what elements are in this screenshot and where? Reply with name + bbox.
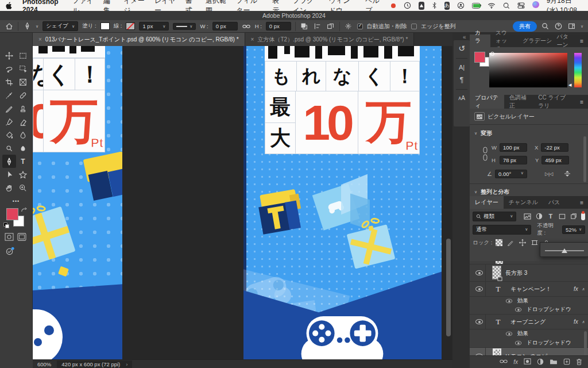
- properties-panel-menu-icon[interactable]: ≡: [575, 95, 588, 109]
- panel-collapse-left-icon[interactable]: «: [463, 34, 466, 40]
- close-tab-icon[interactable]: ×: [251, 36, 254, 43]
- eyedropper-tool[interactable]: [2, 89, 16, 102]
- visibility-eye-icon[interactable]: [506, 299, 512, 304]
- link-wh-icon[interactable]: [482, 147, 488, 163]
- workspace-switcher-icon[interactable]: [567, 22, 577, 31]
- clock-app-icon[interactable]: [404, 2, 411, 10]
- siri-icon[interactable]: [532, 1, 539, 10]
- screen-record-indicator-icon[interactable]: [391, 2, 396, 10]
- search-icon[interactable]: [541, 22, 550, 31]
- filter-pixel-layers-icon[interactable]: [523, 212, 531, 220]
- healing-brush-tool[interactable]: [16, 89, 30, 102]
- artwork-left-slice[interactable]: な く ！ 0 万 Pt: [33, 46, 122, 359]
- tab-layers[interactable]: レイヤー: [470, 196, 504, 209]
- canvas-area[interactable]: な く ！ 0 万 Pt: [33, 46, 452, 359]
- bluetooth-icon[interactable]: [432, 2, 437, 10]
- marquee-tool[interactable]: [16, 49, 30, 62]
- transform-collapse-icon[interactable]: ∨: [474, 131, 477, 136]
- layer-style-icon[interactable]: fx: [513, 359, 518, 365]
- workspace-chevron-icon[interactable]: ∨: [581, 24, 583, 29]
- align-collapse-icon[interactable]: ∨: [474, 190, 477, 194]
- color-picker-ring[interactable]: [490, 52, 494, 56]
- path-options-gear-icon[interactable]: [344, 22, 353, 31]
- layer-row-dropshadow[interactable]: ドロップシャドウ: [470, 305, 588, 315]
- paragraph-panel-icon[interactable]: ¶: [460, 76, 463, 84]
- history-panel-icon[interactable]: ↺: [458, 44, 465, 53]
- link-dimensions-icon[interactable]: [242, 22, 251, 31]
- fx-badge[interactable]: fx: [574, 319, 578, 325]
- adjustment-layer-icon[interactable]: [537, 358, 544, 366]
- screen-mode-icon[interactable]: [17, 233, 26, 243]
- lock-artboard-icon[interactable]: [530, 239, 539, 247]
- spotlight-search-icon[interactable]: [503, 2, 510, 10]
- layer-row-effects[interactable]: 効果: [470, 329, 588, 338]
- fx-collapse-icon[interactable]: ∧: [582, 287, 585, 292]
- status-chevron-icon[interactable]: ›: [126, 361, 127, 367]
- layer-row-effects[interactable]: 効果: [470, 297, 588, 305]
- lock-pixels-icon[interactable]: [506, 239, 514, 247]
- angle-field[interactable]: 0.00°∨: [495, 170, 527, 178]
- opacity-slider-thumb[interactable]: [562, 248, 567, 253]
- quick-mask-icon[interactable]: [5, 233, 14, 243]
- tool-mode-select[interactable]: シェイプ∨: [42, 21, 78, 31]
- tab-adjustments[interactable]: 色調補正: [504, 95, 533, 109]
- frame-tool[interactable]: [16, 75, 30, 89]
- prop-w-field[interactable]: 100 px: [500, 143, 527, 152]
- control-center-icon[interactable]: [517, 2, 525, 10]
- artwork-right[interactable]: も れ な く ！ 最 大 10 万 Pt: [243, 46, 442, 359]
- shape-h-field[interactable]: 0 px: [266, 22, 291, 30]
- layer-row-remote-copy-selected[interactable]: リモコン のコピー: [470, 348, 588, 355]
- pen-tool-selected[interactable]: [2, 155, 16, 168]
- glyphs-panel-icon[interactable]: ᴀA: [458, 95, 465, 101]
- zoom-level-field[interactable]: 600%: [37, 361, 51, 367]
- tab-cc-libraries[interactable]: CC ライブラリ: [533, 95, 575, 109]
- path-selection-tool[interactable]: [2, 168, 16, 181]
- document-info[interactable]: 420 px x 600 px (72 ppi) ›: [57, 361, 132, 368]
- history-brush-tool[interactable]: [2, 115, 16, 128]
- stroke-type-select[interactable]: ∨: [173, 23, 196, 30]
- visibility-eye-icon[interactable]: [475, 270, 483, 275]
- filter-shape-layers-icon[interactable]: [558, 212, 566, 220]
- move-tool[interactable]: [2, 49, 16, 62]
- fill-swatch[interactable]: [100, 22, 110, 30]
- prop-x-field[interactable]: -22 px: [541, 143, 568, 152]
- tab-channels[interactable]: チャンネル: [504, 196, 543, 209]
- color-saturation-field[interactable]: [489, 53, 567, 87]
- visibility-eye-icon[interactable]: [515, 340, 521, 345]
- flip-horizontal-icon[interactable]: ▷|◁: [545, 171, 553, 177]
- path-arrangement-icon[interactable]: [326, 22, 335, 31]
- type-tool[interactable]: T: [16, 155, 30, 168]
- lasso-tool[interactable]: [2, 62, 16, 75]
- blend-mode-select[interactable]: 通常∨: [473, 225, 531, 235]
- pen-preset-chevron-icon[interactable]: ∨: [36, 24, 38, 29]
- layers-scrollbar[interactable]: [584, 331, 587, 355]
- close-tab-icon[interactable]: ×: [38, 36, 42, 43]
- layer-row-rectangle3[interactable]: 長方形 3: [470, 264, 588, 282]
- filter-adjustment-layers-icon[interactable]: [535, 212, 543, 220]
- filter-type-layers-icon[interactable]: T: [547, 212, 555, 220]
- tab-patterns[interactable]: パターン: [552, 34, 576, 47]
- visibility-eye-icon[interactable]: [475, 286, 483, 292]
- link-layers-icon[interactable]: [500, 359, 508, 365]
- color-foreground-swatch[interactable]: [474, 52, 485, 63]
- stroke-swatch[interactable]: [126, 22, 135, 30]
- hue-slider-arrow-icon[interactable]: ◀: [568, 83, 571, 87]
- clone-stamp-tool[interactable]: [16, 102, 30, 115]
- eraser-tool[interactable]: [16, 115, 30, 128]
- visibility-eye-icon[interactable]: [515, 308, 521, 312]
- crop-tool[interactable]: [2, 75, 16, 89]
- battery-icon[interactable]: [472, 3, 480, 9]
- tab-properties[interactable]: プロパティ: [470, 95, 504, 109]
- pen-tool-preset-icon[interactable]: [22, 22, 32, 31]
- lock-transparent-icon[interactable]: [496, 239, 502, 246]
- opacity-slider-popup[interactable]: [540, 242, 588, 257]
- blur-tool[interactable]: [16, 128, 30, 141]
- visibility-eye-icon[interactable]: [475, 319, 483, 324]
- color-panel-menu-icon[interactable]: ≡: [575, 34, 588, 47]
- hand-tool[interactable]: [2, 181, 16, 194]
- shortcuts-menu-icon[interactable]: [419, 2, 424, 10]
- brush-tool[interactable]: [2, 102, 16, 115]
- document-tab-active[interactable]: × 013バナートレース_Tポイント.psd @ 600% (リモコン のコピー…: [33, 33, 245, 46]
- shape-w-field[interactable]: 0 px: [212, 22, 238, 30]
- filter-smart-objects-icon[interactable]: [570, 212, 578, 220]
